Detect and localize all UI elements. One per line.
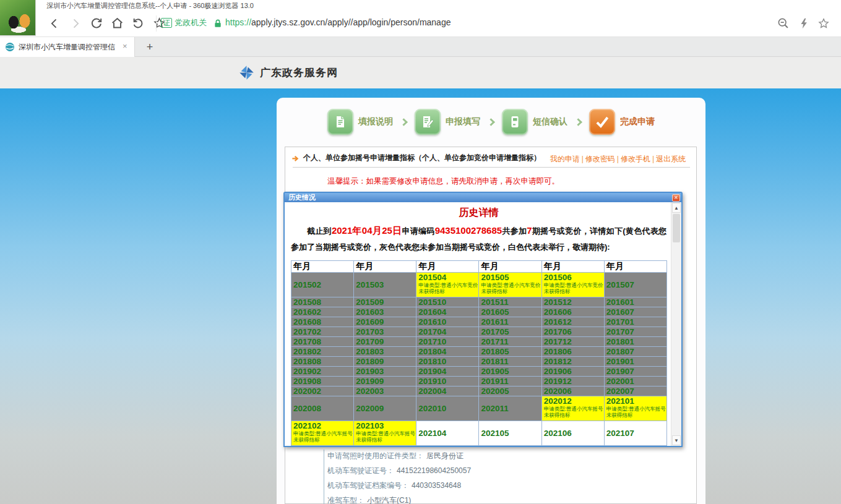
history-cell-201512: 201512 (541, 297, 604, 307)
form-field: 申请驾照时使用的证件类型：居民身份证 (327, 451, 471, 461)
intro-text: 截止到 (307, 226, 332, 236)
history-table: 年月年月年月年月年月年月 201502201503201504申请类型:普通小汽… (291, 260, 667, 446)
history-cell-201709: 201709 (354, 337, 416, 347)
history-cell-202009: 202009 (354, 396, 416, 421)
tab-title: 深圳市小汽车增量调控管理信息 (19, 42, 115, 53)
step-fill-instructions: 填报说明 (327, 109, 393, 135)
history-cell-202011: 202011 (479, 396, 541, 421)
intro-highlight: 2021年04月25日 (332, 225, 402, 236)
history-cell-201504: 201504申请类型:普通小汽车竞价未获得指标 (416, 273, 479, 297)
year-month-header: 年月 (416, 261, 479, 273)
nav-link[interactable]: 修改密码 (585, 155, 615, 163)
history-cell-202104: 202104 (416, 421, 479, 446)
history-cell-201812: 201812 (541, 357, 604, 367)
history-cell-201603: 201603 (354, 307, 416, 317)
history-cell-201811: 201811 (479, 357, 541, 367)
history-cell-201604: 201604 (416, 307, 479, 317)
table-row: 201608201609201610201611201612201701 (291, 317, 667, 327)
step-label: 申报填写 (446, 116, 480, 127)
zoom-out-icon[interactable] (777, 17, 790, 30)
window-title: 深圳市小汽车增量调控管理信息系统--个人申请 - 360极速浏览器 13.0 (46, 1, 254, 11)
history-cell-202105: 202105 (479, 421, 541, 446)
undo-icon[interactable] (131, 16, 145, 30)
history-cell-201505: 201505申请类型:普通小汽车竞价未获得指标 (479, 273, 541, 297)
history-cell-201707: 201707 (604, 327, 666, 337)
extensions-lightning-icon[interactable] (798, 17, 810, 30)
history-cell-201906: 201906 (541, 367, 604, 377)
browser-toolbar: 证 党政机关 https://apply.jtys.sz.gov.cn/appl… (0, 11, 841, 37)
history-cell-201803: 201803 (354, 347, 416, 357)
close-icon[interactable]: × (672, 194, 680, 202)
step-label: 完成申请 (620, 116, 655, 127)
new-tab-button[interactable]: + (143, 40, 157, 54)
history-cell-201911: 201911 (479, 377, 541, 387)
history-cell-202006: 202006 (541, 387, 604, 396)
chevron-right-icon (574, 118, 582, 126)
history-cell-201510: 201510 (416, 297, 479, 307)
year-month-header: 年月 (604, 261, 666, 273)
user-nav: 我的申请|修改密码|修改手机|退出系统 (548, 154, 688, 164)
divider (156, 15, 157, 32)
history-cell-201807: 201807 (604, 347, 666, 357)
history-cell-201611: 201611 (479, 317, 541, 327)
history-table-header-row: 年月年月年月年月年月年月 (291, 261, 667, 273)
history-dialog: 历史情况 × 历史详情 截止到2021年04月25日申请编码9435100278… (283, 192, 683, 447)
history-cell-201503: 201503 (354, 273, 416, 297)
history-cell-201912: 201912 (541, 377, 604, 387)
history-cell-201910: 201910 (416, 377, 479, 387)
history-cell-201801: 201801 (604, 337, 666, 347)
table-row: 201902201903201904201905201906201907 (291, 367, 667, 377)
home-icon[interactable] (110, 16, 124, 30)
table-row: 201508201509201510201511201512201601 (291, 297, 667, 307)
warning-text: 温馨提示：如果需要修改申请信息，请先取消申请，再次申请即可。 (327, 176, 559, 187)
history-cell-201610: 201610 (416, 317, 479, 327)
history-cell-201608: 201608 (291, 317, 354, 327)
address-bar[interactable]: https://apply.jtys.sz.gov.cn/apply//app/… (225, 17, 451, 27)
history-cell-201602: 201602 (291, 307, 354, 317)
history-cell-201712: 201712 (541, 337, 604, 347)
page-title: 个人、单位参加摇号申请增量指标（个人、单位参加竞价申请增量指标） (303, 153, 541, 163)
history-table-body: 201502201503201504申请类型:普通小汽车竞价未获得指标20150… (291, 273, 667, 446)
history-cell-202010: 202010 (416, 396, 479, 421)
history-cell-201506: 201506申请类型:普通小汽车竞价未获得指标 (541, 273, 604, 297)
intro-text: 申请编码 (402, 226, 434, 236)
history-cell-201802: 201802 (291, 347, 354, 357)
nav-link[interactable]: 我的申请 (550, 155, 580, 163)
history-cell-201809: 201809 (354, 357, 416, 367)
scroll-down-icon[interactable]: ▼ (672, 435, 681, 445)
history-cell-201605: 201605 (479, 307, 541, 317)
tab-active[interactable]: 深圳市小汽车增量调控管理信息 × (0, 37, 135, 57)
step-label: 填报说明 (358, 116, 393, 127)
history-cell-201702: 201702 (291, 327, 354, 337)
history-cell-201706: 201706 (541, 327, 604, 337)
tab-close-icon[interactable]: × (123, 41, 127, 51)
history-cell-202001: 202001 (604, 377, 666, 387)
breadcrumb: 个人、单位参加摇号申请增量指标（个人、单位参加竞价申请增量指标） (291, 153, 541, 163)
nav-link[interactable]: 修改手机 (621, 155, 650, 163)
history-cell-202103: 202103申请类型:普通小汽车摇号未获得指标 (354, 421, 416, 446)
scroll-up-icon[interactable]: ▲ (672, 203, 681, 213)
history-cell-202008: 202008 (291, 396, 354, 421)
scrollbar[interactable]: ▲ ▼ (671, 202, 681, 446)
reload-icon[interactable] (89, 16, 103, 30)
history-cell-201901: 201901 (604, 357, 666, 367)
more-tools-icon[interactable] (817, 17, 830, 30)
history-cell-201805: 201805 (479, 347, 541, 357)
history-cell-202107: 202107 (604, 421, 666, 446)
history-cell-201804: 201804 (416, 347, 479, 357)
history-cell-201705: 201705 (479, 327, 541, 337)
back-icon[interactable] (47, 16, 61, 30)
dialog-body: 历史详情 截止到2021年04月25日申请编码9435100278685共参加7… (285, 202, 681, 446)
window-titlebar: 深圳市小汽车增量调控管理信息系统--个人申请 - 360极速浏览器 13.0 (0, 0, 841, 11)
history-cell-201708: 201708 (291, 337, 354, 347)
forward-icon[interactable] (68, 16, 82, 30)
dialog-titlebar[interactable]: 历史情况 (285, 193, 681, 202)
table-row: 202002202003202004202005202006202007 (291, 387, 667, 396)
checkmark-icon (589, 109, 615, 135)
scrollbar-thumb[interactable] (673, 214, 680, 242)
history-cell-201907: 201907 (604, 367, 666, 377)
site-cert-badge[interactable]: 证 党政机关 (161, 17, 207, 28)
form-field: 准驾车型：小型汽车(C1) (327, 495, 471, 504)
history-cell-201904: 201904 (416, 367, 479, 377)
nav-link[interactable]: 退出系统 (656, 155, 686, 163)
